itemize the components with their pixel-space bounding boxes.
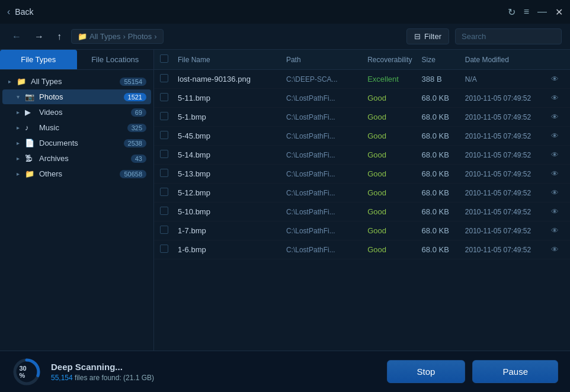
file-name: 1-6.bmp xyxy=(178,245,286,254)
minimize-icon[interactable]: — xyxy=(537,7,547,17)
table-row: 5-10.bmp C:\LostPathFi... Good 68.0 KB 2… xyxy=(154,203,570,221)
file-name: 1-7.bmp xyxy=(178,226,286,235)
nav-up-button[interactable]: ↑ xyxy=(53,29,65,44)
sidebar-item-count: 55154 xyxy=(120,78,146,86)
preview-icon[interactable]: 👁 xyxy=(546,94,564,102)
file-date: 2010-11-05 07:49:52 xyxy=(465,246,546,254)
file-name: 5-13.bmp xyxy=(178,169,286,178)
filter-button[interactable]: ⊟ Filter xyxy=(406,28,449,44)
filter-label: Filter xyxy=(424,32,441,41)
file-date: 2010-11-05 07:49:52 xyxy=(465,151,546,159)
table-row: 5-13.bmp C:\LostPathFi... Good 68.0 KB 2… xyxy=(154,165,570,184)
sidebar-item-all-types[interactable]: ▸ 📁 All Types 55154 xyxy=(2,74,151,89)
col-header-path: Path xyxy=(286,56,367,64)
nav-back-button[interactable]: ← xyxy=(8,29,25,44)
menu-icon[interactable]: ≡ xyxy=(524,7,529,17)
archives-icon: 🗜 xyxy=(25,154,36,163)
toolbar: ← → ↑ 📁 All Types › Photos › ⊟ Filter xyxy=(0,24,570,50)
col-header-date: Date Modified xyxy=(465,56,546,64)
row-checkbox[interactable] xyxy=(160,131,168,139)
photos-icon: 📷 xyxy=(25,92,36,101)
arrow-icon: ▾ xyxy=(17,94,25,100)
file-path: C:\LostPathFi... xyxy=(286,151,367,159)
preview-icon[interactable]: 👁 xyxy=(546,150,564,159)
file-path: C:\LostPathFi... xyxy=(286,94,367,102)
row-checkbox[interactable] xyxy=(160,245,168,253)
file-recoverability: Good xyxy=(367,207,421,216)
preview-icon[interactable]: 👁 xyxy=(546,169,564,178)
sidebar-item-music[interactable]: ▸ ♪ Music 325 xyxy=(2,120,151,135)
file-date: 2010-11-05 07:49:52 xyxy=(465,113,546,121)
close-icon[interactable]: ✕ xyxy=(555,7,563,18)
file-date: 2010-11-05 07:49:52 xyxy=(465,170,546,178)
file-path: C:\LostPathFi... xyxy=(286,246,367,254)
file-recoverability: Good xyxy=(367,113,421,121)
breadcrumb-all-types[interactable]: All Types xyxy=(89,32,121,41)
tab-file-types[interactable]: File Types xyxy=(0,50,77,69)
row-checkbox[interactable] xyxy=(160,150,168,158)
table-row: 5-11.bmp C:\LostPathFi... Good 68.0 KB 2… xyxy=(154,89,570,108)
table-row: 5-45.bmp C:\LostPathFi... Good 68.0 KB 2… xyxy=(154,127,570,146)
sidebar-item-photos[interactable]: ▾ 📷 Photos 1521 xyxy=(2,89,151,104)
arrow-icon: ▸ xyxy=(17,155,25,162)
file-recoverability: Excellent xyxy=(367,75,421,83)
stop-button[interactable]: Stop xyxy=(387,360,466,383)
file-size: 68.0 KB xyxy=(422,113,465,121)
preview-icon[interactable]: 👁 xyxy=(546,75,564,83)
table-row: 5-12.bmp C:\LostPathFi... Good 68.0 KB 2… xyxy=(154,184,570,203)
preview-icon[interactable]: 👁 xyxy=(546,131,564,140)
table-row: 1-7.bmp C:\LostPathFi... Good 68.0 KB 20… xyxy=(154,221,570,240)
refresh-icon[interactable]: ↻ xyxy=(508,7,515,18)
breadcrumb-photos[interactable]: Photos xyxy=(128,32,152,41)
file-panel: File Name Path Recoverability Size Date … xyxy=(154,50,570,351)
sidebar-item-videos[interactable]: ▸ ▶ Videos 69 xyxy=(2,105,151,120)
progress-percent: 30 % xyxy=(20,365,34,379)
row-checkbox[interactable] xyxy=(160,207,168,215)
file-date: 2010-11-05 07:49:52 xyxy=(465,227,546,235)
arrow-icon: ▸ xyxy=(17,171,25,177)
sidebar-item-others[interactable]: ▸ 📁 Others 50658 xyxy=(2,166,151,181)
table-row: 1-6.bmp C:\LostPathFi... Good 68.0 KB 20… xyxy=(154,240,570,259)
row-checkbox[interactable] xyxy=(160,93,168,101)
preview-icon[interactable]: 👁 xyxy=(546,226,564,235)
file-size: 68.0 KB xyxy=(422,188,465,197)
table-row: 5-1.bmp C:\LostPathFi... Good 68.0 KB 20… xyxy=(154,108,570,127)
row-checkbox[interactable] xyxy=(160,112,168,120)
tab-file-locations[interactable]: File Locations xyxy=(77,50,154,69)
sidebar-item-label: Photos xyxy=(39,92,124,101)
file-name: 5-14.bmp xyxy=(178,150,286,159)
select-all-checkbox[interactable] xyxy=(160,54,168,63)
table-row: 5-14.bmp C:\LostPathFi... Good 68.0 KB 2… xyxy=(154,146,570,165)
pause-button[interactable]: Pause xyxy=(472,360,558,383)
nav-forward-button[interactable]: → xyxy=(31,29,47,44)
file-size: 68.0 KB xyxy=(422,150,465,159)
file-recoverability: Good xyxy=(367,150,421,159)
file-size: 68.0 KB xyxy=(422,226,465,235)
folder-icon: 📁 xyxy=(17,77,27,86)
file-path: C:\LostPathFi... xyxy=(286,189,367,197)
file-size: 68.0 KB xyxy=(422,94,465,102)
row-checkbox[interactable] xyxy=(160,169,168,177)
sidebar-item-count: 69 xyxy=(131,108,146,117)
row-checkbox[interactable] xyxy=(160,226,168,234)
file-name: lost-name-90136.png xyxy=(178,75,286,83)
preview-icon[interactable]: 👁 xyxy=(546,113,564,121)
sidebar-item-count: 325 xyxy=(127,124,146,132)
file-date: N/A xyxy=(465,75,546,83)
sidebar-item-archives[interactable]: ▸ 🗜 Archives 43 xyxy=(2,151,151,166)
sidebar-item-documents[interactable]: ▸ 📄 Documents 2538 xyxy=(2,136,151,150)
file-recoverability: Good xyxy=(367,169,421,178)
title-bar-controls: ↻ ≡ — ✕ xyxy=(508,7,563,18)
sidebar-item-count: 50658 xyxy=(120,170,146,178)
scan-subtitle: 55,154 files are found: (21.1 GB) xyxy=(51,374,377,382)
preview-icon[interactable]: 👁 xyxy=(546,188,564,197)
sidebar-item-label: Music xyxy=(39,123,127,132)
file-name: 5-45.bmp xyxy=(178,131,286,140)
preview-icon[interactable]: 👁 xyxy=(546,245,564,254)
preview-icon[interactable]: 👁 xyxy=(546,207,564,216)
progress-circle: 30 % xyxy=(12,357,41,387)
row-checkbox[interactable] xyxy=(160,74,168,82)
search-input[interactable] xyxy=(455,28,562,44)
file-recoverability: Good xyxy=(367,94,421,102)
row-checkbox[interactable] xyxy=(160,188,168,196)
